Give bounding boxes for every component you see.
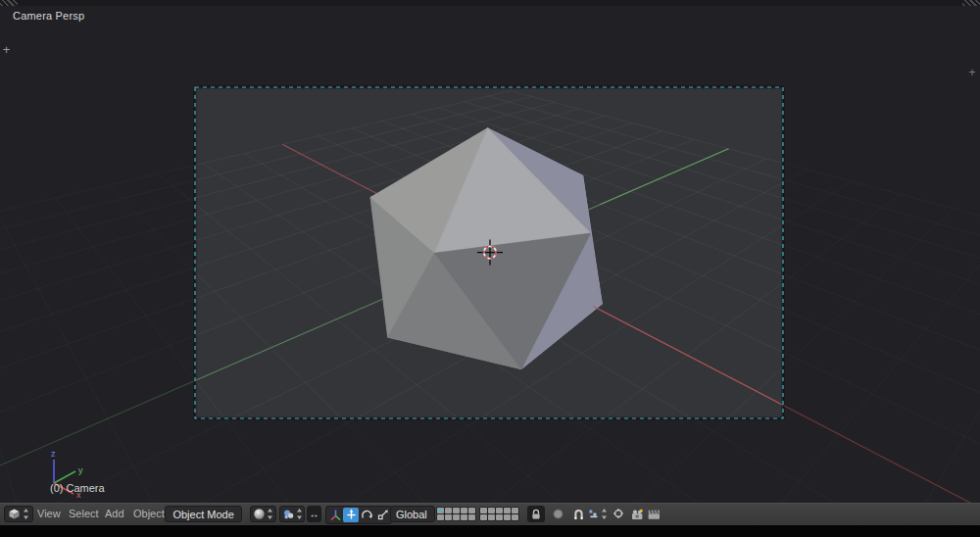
scale-arrow-icon (376, 509, 389, 521)
toolshelf-expand-icon[interactable]: + (0, 43, 13, 57)
rotate-arc-icon (361, 509, 373, 521)
mode-dropdown[interactable]: Object Mode (165, 506, 242, 522)
pivot-median-point-icon (282, 508, 294, 520)
lock-icon (530, 508, 542, 520)
snap-target-icon (612, 508, 625, 520)
proportional-circle-icon (552, 508, 564, 520)
layer-cell-7[interactable] (445, 514, 452, 520)
snap-increment-icon (588, 508, 599, 520)
active-object-label: (0) Camera (50, 482, 105, 494)
mode-dropdown-label: Object Mode (170, 509, 236, 520)
pivot-point-dropdown[interactable] (279, 506, 305, 522)
layer-cell-13[interactable] (496, 508, 503, 513)
layer-cell-5[interactable] (468, 508, 475, 513)
manipulator-axes-button[interactable] (327, 508, 343, 522)
layers-widget (437, 508, 518, 520)
layer-cell-4[interactable] (461, 508, 467, 513)
menu-view[interactable]: View (37, 508, 61, 519)
properties-expand-icon[interactable]: + (966, 67, 978, 78)
arrows-lr-icon: ↔ (310, 510, 319, 519)
menu-add[interactable]: Add (105, 508, 124, 519)
viewport-header: ViewSelectAddObject Object Mode (0, 503, 980, 525)
layer-cell-16[interactable] (480, 514, 487, 520)
render-still-button[interactable] (629, 506, 646, 522)
transform-orientation-dropdown[interactable]: Global (390, 506, 435, 522)
layer-cell-12[interactable] (488, 508, 495, 513)
layer-block-1 (437, 508, 475, 520)
gizmo-y-label: y (78, 465, 83, 475)
updown-arrows-icon (296, 508, 302, 520)
manipulate-center-points-toggle[interactable]: ↔ (307, 506, 321, 522)
layer-cell-3[interactable] (453, 508, 460, 513)
layer-cell-6[interactable] (437, 514, 444, 520)
layer-cell-20[interactable] (512, 514, 518, 520)
active-layer-dot (439, 510, 442, 513)
viewport-scene[interactable] (0, 6, 980, 503)
shading-solid-sphere-icon (253, 508, 265, 520)
translate-arrows-icon (345, 509, 358, 521)
orientation-label: Global (393, 509, 430, 520)
layer-cell-10[interactable] (468, 514, 475, 520)
manipulator-rotate-button[interactable] (359, 508, 374, 522)
snap-element-dropdown[interactable] (586, 506, 610, 522)
lock-to-scene-button[interactable] (527, 506, 545, 522)
updown-arrows-icon (601, 508, 608, 520)
transform-manipulator-group (325, 506, 392, 524)
gizmo-z-label: z (51, 449, 56, 459)
layer-block-2 (480, 508, 518, 520)
blender-window: { "top": { "view_label": "Camera Persp",… (0, 0, 980, 537)
view-name-label: Camera Persp (13, 10, 84, 22)
viewport-shading-dropdown[interactable] (250, 506, 276, 522)
3d-viewport[interactable]: Camera Persp + + zyx (0) Camera (0, 6, 980, 503)
manipulator-scale-button[interactable] (374, 508, 390, 522)
snap-target-button[interactable] (611, 506, 627, 522)
render-animation-button[interactable] (646, 506, 662, 522)
clapperboard-icon (647, 508, 662, 521)
layer-cell-11[interactable] (480, 508, 487, 513)
layer-cell-19[interactable] (504, 514, 511, 520)
menu-select[interactable]: Select (69, 508, 99, 519)
layer-cell-17[interactable] (488, 514, 495, 520)
manipulator-translate-button[interactable] (343, 508, 359, 522)
window-bottom-edge (0, 525, 980, 537)
layer-cell-18[interactable] (496, 514, 503, 520)
layer-cell-1[interactable] (437, 508, 444, 513)
proportional-edit-button[interactable] (549, 506, 566, 522)
magnet-icon (572, 508, 585, 520)
layer-cell-9[interactable] (461, 514, 467, 520)
menu-object[interactable]: Object (133, 508, 165, 519)
render-camera-icon (630, 508, 645, 521)
layer-cell-8[interactable] (453, 514, 460, 520)
updown-arrows-icon (267, 508, 273, 520)
layer-cell-15[interactable] (512, 508, 518, 513)
axis-tripod-icon (329, 509, 342, 521)
snap-toggle-button[interactable] (570, 506, 586, 522)
layer-cell-14[interactable] (504, 508, 511, 513)
layer-cell-2[interactable] (445, 508, 452, 513)
